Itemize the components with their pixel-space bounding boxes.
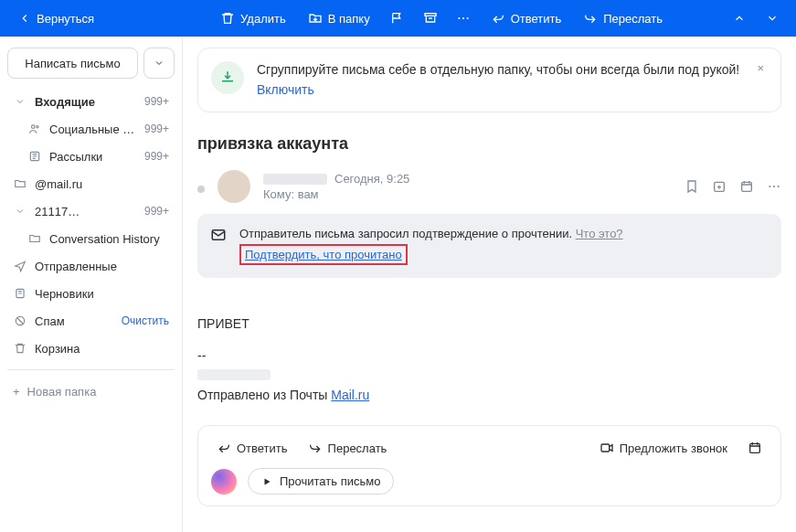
drafts-icon [13, 287, 27, 300]
clear-spam-link[interactable]: Очистить [122, 314, 169, 327]
compose-dropdown[interactable] [143, 48, 175, 79]
signature-name [197, 369, 271, 380]
svg-point-12 [773, 186, 775, 187]
read-receipt-panel: Отправитель письма запросил подтверждени… [197, 214, 781, 278]
sidebar-item-inbox[interactable]: Входящие 999+ [7, 88, 175, 115]
compose-button[interactable]: Написать письмо [7, 48, 138, 79]
reply-bar-reply[interactable]: Ответить [211, 437, 293, 459]
new-folder-button[interactable]: + Новая папка [7, 378, 175, 405]
what-is-this-link[interactable]: Что это? [576, 227, 623, 240]
delete-label: Удалить [240, 12, 286, 26]
newsletter-icon [27, 150, 42, 163]
message-date: Сегодня, 9:25 [334, 172, 409, 186]
next-message-icon[interactable] [758, 4, 787, 33]
banner-enable-link[interactable]: Включить [257, 81, 314, 100]
reply-bar: Ответить Переслать Предложить звонок [197, 425, 781, 506]
main-content: Сгруппируйте письма себе в отдельную пап… [183, 37, 796, 532]
bookmark-icon[interactable] [685, 179, 699, 194]
sidebar-item-sent[interactable]: Отправленные [7, 252, 175, 280]
sent-from-text: Отправлено из Почты [197, 388, 331, 402]
sent-icon [13, 260, 27, 272]
message-header: Сегодня, 9:25 Кому: вам [197, 170, 781, 203]
delete-button[interactable]: Удалить [211, 5, 295, 31]
forward-label: Переслать [603, 12, 663, 26]
back-button[interactable]: Вернуться [9, 6, 103, 31]
sidebar-item-trash[interactable]: Корзина [7, 335, 175, 362]
svg-rect-16 [750, 444, 760, 453]
plus-icon: + [13, 385, 20, 399]
reply-bar-forward[interactable]: Переслать [302, 437, 393, 459]
spam-icon [13, 314, 27, 327]
svg-point-1 [458, 17, 460, 19]
chevron-down-icon [13, 96, 27, 107]
folder-icon [13, 177, 27, 190]
folder-icon [27, 232, 42, 245]
top-toolbar: Вернуться Удалить В папку Ответить Перес… [0, 0, 796, 37]
banner-text: Сгруппируйте письма себе в отдельную пап… [257, 62, 739, 77]
receipt-text: Отправитель письма запросил подтверждени… [239, 227, 572, 240]
sidebar-item-spam[interactable]: Спам Очистить [7, 307, 175, 335]
message-subject: привязка аккаунта [197, 134, 781, 154]
move-label: В папку [328, 12, 370, 26]
read-aloud-button[interactable]: Прочитать письмо [248, 468, 394, 495]
avatar [218, 170, 250, 203]
mailru-link[interactable]: Mail.ru [331, 388, 369, 402]
chevron-down-icon [13, 206, 27, 217]
to-value: вам [298, 187, 319, 201]
confirm-read-link[interactable]: Подтвердить, что прочитано [245, 248, 402, 261]
svg-rect-10 [742, 183, 752, 192]
sidebar-item-social[interactable]: Социальные … 999+ [7, 115, 175, 143]
banner-close-icon[interactable]: × [753, 61, 768, 75]
forward-button[interactable]: Переслать [574, 5, 672, 31]
ai-orb-icon [211, 469, 237, 495]
trash-icon [13, 342, 27, 355]
svg-point-4 [32, 125, 36, 129]
svg-rect-0 [425, 14, 436, 16]
signature-dashes: -- [197, 348, 206, 363]
sidebar-item-conversation-history[interactable]: Conversation History [7, 225, 175, 252]
more-icon[interactable] [449, 4, 478, 33]
svg-point-2 [462, 17, 464, 19]
message-body: ПРИВЕТ [197, 314, 781, 334]
sidebar: Написать письмо Входящие 999+ Социальные… [0, 37, 183, 532]
reply-button[interactable]: Ответить [482, 5, 571, 31]
calendar-icon[interactable] [739, 179, 754, 194]
sidebar-item-drafts[interactable]: Черновики [7, 280, 175, 307]
svg-point-13 [778, 186, 780, 187]
flag-icon[interactable] [383, 4, 412, 33]
add-event-icon[interactable] [712, 179, 727, 194]
svg-point-3 [466, 17, 468, 19]
svg-point-11 [769, 186, 770, 187]
suggest-call-button[interactable]: Предложить звонок [594, 437, 733, 459]
more-actions-icon[interactable] [767, 179, 781, 194]
reply-bar-calendar[interactable] [742, 437, 768, 459]
move-button[interactable]: В папку [299, 5, 379, 31]
sidebar-item-account2[interactable]: 21117… 999+ [7, 197, 175, 225]
sidebar-item-newsletters[interactable]: Рассылки 999+ [7, 143, 175, 170]
back-label: Вернуться [37, 12, 94, 26]
people-icon [27, 122, 42, 135]
confirm-highlight: Подтвердить, что прочитано [239, 244, 408, 265]
to-label: Кому: [263, 187, 294, 201]
sidebar-item-account1[interactable]: @mail.ru [7, 170, 175, 197]
prev-message-icon[interactable] [725, 4, 754, 33]
archive-icon[interactable] [416, 4, 445, 33]
envelope-icon [210, 227, 227, 265]
download-icon [211, 61, 244, 94]
sender-name [263, 174, 327, 185]
unread-dot-icon [197, 186, 205, 193]
svg-point-5 [37, 126, 38, 128]
svg-rect-15 [601, 444, 610, 452]
info-banner: Сгруппируйте письма себе в отдельную пап… [197, 48, 781, 112]
reply-label: Ответить [511, 12, 562, 26]
